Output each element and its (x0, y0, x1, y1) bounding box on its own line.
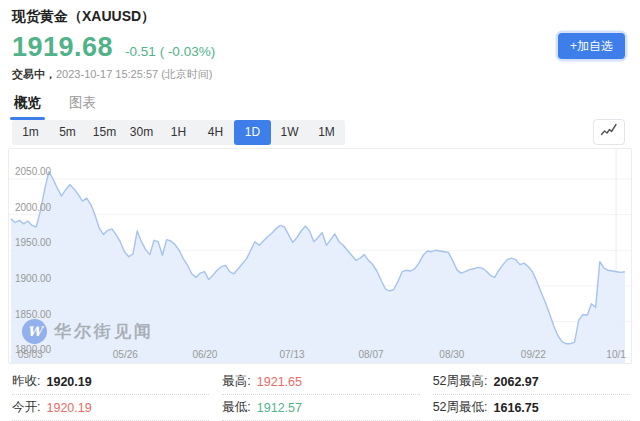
stat-52w-low: 52周最低: 1616.75 (433, 395, 630, 421)
instrument-title: 现货黄金（XAUUSD） (12, 8, 155, 26)
range-4H[interactable]: 4H (197, 120, 234, 145)
tab-overview[interactable]: 概览 (14, 94, 41, 120)
quote-stats: 昨收: 1920.19 今开: 1920.19 最高: 1921.65 最低: … (12, 369, 630, 421)
tab-chart[interactable]: 图表 (69, 94, 96, 120)
last-price: 1919.68 (12, 32, 113, 63)
x-axis-label: 10/1 (606, 349, 625, 360)
x-axis-label: 08/07 (358, 349, 383, 360)
x-axis-label: 09/22 (521, 349, 546, 360)
stat-52w-high: 52周最高: 2062.97 (433, 369, 630, 395)
range-30m[interactable]: 30m (123, 120, 160, 145)
y-axis-label: 2000.00 (15, 202, 51, 213)
price-chart[interactable]: W 华尔街见闻 2050.002000.001950.001900.001850… (8, 148, 632, 364)
stat-low: 最低: 1912.57 (222, 395, 419, 421)
x-axis-label: 07/13 (279, 349, 304, 360)
x-axis-label: 05/26 (113, 349, 138, 360)
range-1H[interactable]: 1H (160, 120, 197, 145)
view-tabs: 概览 图表 (14, 94, 96, 120)
line-chart-icon (600, 123, 618, 141)
trading-status: 交易中， (12, 68, 56, 80)
chart-style-button[interactable] (593, 119, 625, 145)
timeframe-selector: 1m5m15m30m1H4H1D1W1M (12, 120, 345, 145)
stats-column-1: 昨收: 1920.19 今开: 1920.19 (12, 369, 209, 421)
y-axis-label: 1850.00 (15, 309, 51, 320)
stats-column-3: 52周最高: 2062.97 52周最低: 1616.75 (433, 369, 630, 421)
stat-prev-close: 昨收: 1920.19 (12, 369, 209, 395)
area-chart-canvas[interactable] (9, 149, 631, 363)
range-5m[interactable]: 5m (49, 120, 86, 145)
trading-status-row: 交易中，2023-10-17 15:25:57 (北京时间) (12, 67, 213, 82)
x-axis-label: 05/03 (18, 349, 43, 360)
add-watchlist-button[interactable]: +加自选 (558, 33, 625, 59)
y-axis-label: 2050.00 (15, 166, 51, 177)
stat-high: 最高: 1921.65 (222, 369, 419, 395)
stats-column-2: 最高: 1921.65 最低: 1912.57 (222, 369, 419, 421)
range-1W[interactable]: 1W (271, 120, 308, 145)
price-change: -0.51 ( -0.03%) (125, 44, 215, 59)
quote-page: 现货黄金（XAUUSD） 1919.68 -0.51 ( -0.03%) 交易中… (0, 0, 640, 421)
range-1D[interactable]: 1D (234, 120, 271, 145)
range-15m[interactable]: 15m (86, 120, 123, 145)
range-1m[interactable]: 1m (12, 120, 49, 145)
x-axis-label: 08/30 (439, 349, 464, 360)
quote-timestamp: 2023-10-17 15:25:57 (北京时间) (56, 68, 213, 80)
y-axis-label: 1950.00 (15, 237, 51, 248)
range-1M[interactable]: 1M (308, 120, 345, 145)
price-row: 1919.68 -0.51 ( -0.03%) (12, 32, 215, 63)
x-axis-label: 06/20 (192, 349, 217, 360)
stat-open: 今开: 1920.19 (12, 395, 209, 421)
y-axis-label: 1900.00 (15, 273, 51, 284)
